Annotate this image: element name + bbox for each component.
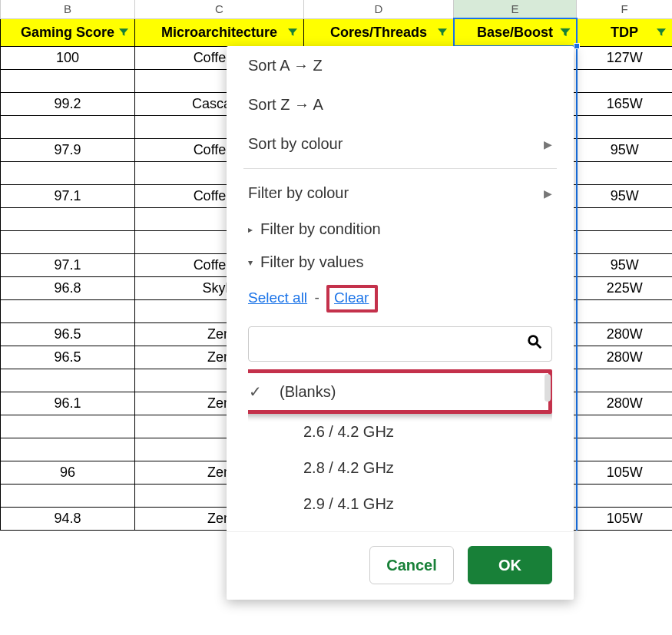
cell[interactable]: 96.1 — [1, 392, 135, 415]
cell[interactable]: 94.8 — [1, 507, 135, 530]
cell[interactable]: 100 — [1, 46, 135, 69]
clear-highlight-box: Clear — [326, 285, 378, 313]
expanded-triangle-icon: ▾ — [248, 257, 253, 268]
filter-value-label: 2.8 / 4.2 GHz — [303, 459, 394, 477]
cell[interactable]: 96 — [1, 461, 135, 484]
cell[interactable] — [1, 299, 135, 322]
header-tdp[interactable]: TDP — [577, 18, 673, 46]
filter-dropdown-panel: Sort A → Z Sort Z → A Sort by colour ▶ F… — [227, 46, 574, 600]
separator — [243, 168, 557, 169]
cell[interactable]: 97.1 — [1, 184, 135, 207]
filter-by-condition[interactable]: ▸ Filter by condition — [227, 213, 574, 246]
cell[interactable]: 105W — [577, 507, 673, 530]
cell[interactable] — [1, 484, 135, 507]
cell[interactable] — [1, 415, 135, 438]
cell[interactable]: 96.5 — [1, 346, 135, 369]
cell[interactable]: 225W — [577, 276, 673, 299]
cancel-button[interactable]: Cancel — [369, 546, 454, 584]
cell[interactable] — [577, 484, 673, 507]
expander-label: Filter by values — [260, 253, 364, 271]
header-gaming-score[interactable]: Gaming Score — [1, 18, 135, 46]
filter-search-input[interactable] — [248, 326, 552, 362]
filter-icon[interactable] — [558, 25, 573, 40]
filter-value-item[interactable]: 2.6 / 4.2 GHz — [248, 414, 552, 450]
cell[interactable] — [1, 369, 135, 392]
cell[interactable]: 96.8 — [1, 276, 135, 299]
sort-a-z[interactable]: Sort A → Z — [227, 46, 574, 85]
search-wrap — [248, 326, 552, 362]
col-letter-e[interactable]: E — [454, 0, 577, 18]
cell[interactable]: 99.2 — [1, 92, 135, 115]
sort-by-colour[interactable]: Sort by colour ▶ — [227, 124, 574, 164]
menu-label: Filter by colour — [248, 184, 349, 202]
select-clear-row: Select all - Clear — [245, 279, 574, 319]
header-microarchitecture[interactable]: Microarchitecture — [135, 18, 304, 46]
scrollbar-thumb[interactable] — [545, 374, 551, 402]
cell[interactable] — [577, 415, 673, 438]
cell[interactable]: 280W — [577, 392, 673, 415]
selection-handle[interactable] — [574, 43, 580, 49]
header-cores-threads[interactable]: Cores/Threads — [304, 18, 454, 46]
cell[interactable] — [577, 69, 673, 92]
ok-button[interactable]: OK — [468, 546, 552, 584]
cell[interactable]: 95W — [577, 253, 673, 276]
filter-value-item[interactable]: 2.9 / 4.1 GHz — [248, 486, 552, 522]
header-label: Gaming Score — [21, 25, 114, 40]
cell[interactable] — [577, 230, 673, 253]
check-icon: ✓ — [249, 382, 266, 401]
filter-icon[interactable] — [654, 25, 669, 40]
header-label: Cores/Threads — [330, 25, 427, 40]
filter-values-list: ✓(Blanks)2.6 / 4.2 GHz2.8 / 4.2 GHz2.9 /… — [248, 369, 552, 522]
filter-icon[interactable] — [116, 25, 131, 40]
col-letter-d[interactable]: D — [304, 0, 454, 18]
cell[interactable] — [577, 438, 673, 461]
header-label: Base/Boost — [477, 25, 553, 40]
filter-value-item[interactable]: 2.8 / 4.2 GHz — [248, 450, 552, 486]
filter-by-values[interactable]: ▾ Filter by values — [227, 246, 574, 279]
cell[interactable]: 95W — [577, 138, 673, 161]
cell[interactable] — [1, 115, 135, 138]
cell[interactable] — [1, 69, 135, 92]
cell[interactable] — [1, 161, 135, 184]
cell[interactable] — [577, 161, 673, 184]
cell[interactable] — [577, 115, 673, 138]
filter-icon[interactable] — [285, 25, 300, 40]
header-row: Gaming Score Microarchitecture Cores/Thr… — [1, 18, 673, 46]
cell[interactable] — [1, 207, 135, 230]
sort-z-a[interactable]: Sort Z → A — [227, 85, 574, 124]
cell[interactable] — [577, 369, 673, 392]
menu-label: Sort A → Z — [248, 57, 323, 74]
chevron-right-icon: ▶ — [544, 138, 552, 150]
col-letter-f[interactable]: F — [577, 0, 673, 18]
col-letter-b[interactable]: B — [1, 0, 135, 18]
search-icon[interactable] — [526, 333, 543, 355]
filter-by-colour[interactable]: Filter by colour ▶ — [227, 174, 574, 213]
collapsed-triangle-icon: ▸ — [248, 224, 253, 235]
filter-value-item[interactable]: ✓(Blanks) — [248, 369, 552, 414]
cell[interactable]: 105W — [577, 461, 673, 484]
filter-value-label: (Blanks) — [280, 383, 336, 401]
clear-link[interactable]: Clear — [334, 289, 369, 306]
cell[interactable]: 280W — [577, 346, 673, 369]
expander-label: Filter by condition — [260, 220, 381, 238]
header-label: TDP — [611, 25, 638, 40]
cell[interactable]: 165W — [577, 92, 673, 115]
column-letters-row: B C D E F — [1, 0, 673, 18]
svg-line-1 — [537, 344, 541, 349]
cell[interactable]: 127W — [577, 46, 673, 69]
cell[interactable]: 97.1 — [1, 253, 135, 276]
menu-label: Sort Z → A — [248, 96, 323, 114]
cell[interactable]: 95W — [577, 184, 673, 207]
header-base-boost[interactable]: Base/Boost — [454, 18, 577, 46]
cell[interactable]: 280W — [577, 322, 673, 346]
cell[interactable] — [1, 230, 135, 253]
cell[interactable]: 96.5 — [1, 322, 135, 346]
svg-point-0 — [529, 336, 538, 345]
col-letter-c[interactable]: C — [135, 0, 304, 18]
cell[interactable]: 97.9 — [1, 138, 135, 161]
select-all-link[interactable]: Select all — [248, 289, 307, 306]
cell[interactable] — [577, 207, 673, 230]
filter-icon[interactable] — [435, 25, 450, 40]
cell[interactable] — [577, 299, 673, 322]
cell[interactable] — [1, 438, 135, 461]
